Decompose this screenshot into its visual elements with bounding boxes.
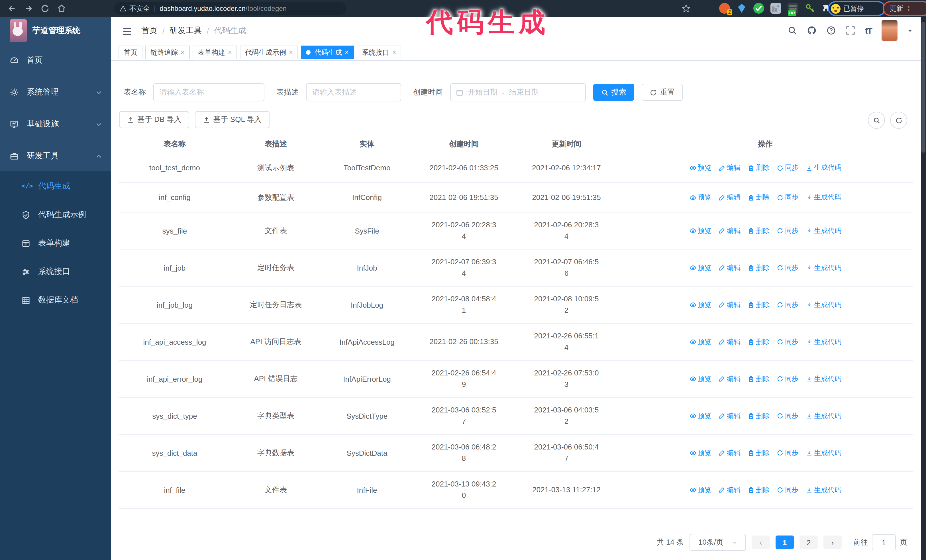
edit-link[interactable]: 编辑 xyxy=(718,300,740,309)
goto-page-input[interactable]: 1 xyxy=(872,534,896,550)
sync-link[interactable]: 同步 xyxy=(776,411,799,421)
preview-link[interactable]: 预览 xyxy=(689,300,711,309)
delete-link[interactable]: 删除 xyxy=(747,263,770,273)
extension-icon-key[interactable] xyxy=(805,3,816,14)
reset-button[interactable]: 重置 xyxy=(642,84,683,101)
tab-close-icon[interactable]: × xyxy=(181,47,185,58)
sync-link[interactable]: 同步 xyxy=(776,485,799,495)
table-name-input[interactable]: 请输入表名称 xyxy=(153,83,265,101)
delete-link[interactable]: 删除 xyxy=(747,374,770,384)
bookmark-star-icon[interactable] xyxy=(682,4,691,13)
delete-link[interactable]: 删除 xyxy=(747,226,770,235)
search-icon[interactable] xyxy=(788,26,797,35)
preview-link[interactable]: 预览 xyxy=(689,226,711,235)
preview-link[interactable]: 预览 xyxy=(689,263,711,273)
home-icon[interactable] xyxy=(57,4,66,13)
github-icon[interactable] xyxy=(807,26,817,35)
import-db-button[interactable]: 基于 DB 导入 xyxy=(119,111,189,128)
edit-link[interactable]: 编辑 xyxy=(718,411,740,421)
font-size-icon[interactable]: tT xyxy=(865,26,872,35)
edit-link[interactable]: 编辑 xyxy=(718,337,740,347)
tab-codegen[interactable]: 代码生成× xyxy=(301,45,354,59)
delete-link[interactable]: 删除 xyxy=(747,300,770,309)
tab-close-icon[interactable]: × xyxy=(228,47,232,58)
app-logo[interactable]: 芋道管理系统 xyxy=(0,17,111,44)
edit-link[interactable]: 编辑 xyxy=(718,485,740,495)
tab-tracer[interactable]: 链路追踪× xyxy=(145,45,190,59)
collapse-sidebar-icon[interactable] xyxy=(122,26,132,35)
sidebar-item-system-api[interactable]: 系统接口 xyxy=(0,258,111,286)
edit-link[interactable]: 编辑 xyxy=(718,448,740,458)
sidebar-item-db-doc[interactable]: 数据库文档 xyxy=(0,286,111,314)
help-icon[interactable] xyxy=(826,26,836,35)
sync-link[interactable]: 同步 xyxy=(776,163,799,173)
extension-icon-green-check[interactable] xyxy=(754,3,764,14)
fullscreen-icon[interactable] xyxy=(846,26,855,35)
browser-scrollbar[interactable] xyxy=(921,17,926,560)
generate-code-link[interactable]: 生成代码 xyxy=(805,163,841,173)
tab-codegen-demo[interactable]: 代码生成示例× xyxy=(240,45,298,59)
page-button-1[interactable]: 1 xyxy=(776,536,794,549)
extension-icon-gem[interactable] xyxy=(736,3,747,14)
preview-link[interactable]: 预览 xyxy=(689,411,711,421)
generate-code-link[interactable]: 生成代码 xyxy=(805,300,841,309)
toggle-search-button[interactable] xyxy=(868,112,885,129)
sync-link[interactable]: 同步 xyxy=(776,263,799,273)
generate-code-link[interactable]: 生成代码 xyxy=(805,263,841,273)
generate-code-link[interactable]: 生成代码 xyxy=(805,485,841,495)
tab-form-builder[interactable]: 表单构建× xyxy=(193,45,237,59)
sidebar-item-home[interactable]: 首页 xyxy=(0,44,111,76)
search-button[interactable]: 搜索 xyxy=(593,84,634,101)
refresh-table-button[interactable] xyxy=(890,112,907,129)
tab-close-icon[interactable]: × xyxy=(345,47,349,58)
reload-icon[interactable] xyxy=(41,4,50,13)
sidebar-item-dev-tools[interactable]: 研发工具 xyxy=(0,140,111,172)
delete-link[interactable]: 删除 xyxy=(747,485,770,495)
avatar[interactable] xyxy=(882,20,897,41)
browser-menu-icon[interactable]: ⁞ xyxy=(908,7,910,10)
sidebar-item-codegen[interactable]: </> 代码生成 xyxy=(0,172,111,201)
forward-icon[interactable] xyxy=(24,4,33,13)
preview-link[interactable]: 预览 xyxy=(689,337,711,347)
sidebar-item-system[interactable]: 系统管理 xyxy=(0,76,111,108)
chevron-down-icon[interactable] xyxy=(907,28,913,33)
sync-link[interactable]: 同步 xyxy=(776,448,799,458)
edit-link[interactable]: 编辑 xyxy=(718,374,740,384)
edit-link[interactable]: 编辑 xyxy=(718,263,740,273)
sync-link[interactable]: 同步 xyxy=(776,193,799,202)
delete-link[interactable]: 删除 xyxy=(747,163,770,173)
generate-code-link[interactable]: 生成代码 xyxy=(805,411,841,421)
preview-link[interactable]: 预览 xyxy=(689,193,711,202)
generate-code-link[interactable]: 生成代码 xyxy=(805,448,841,458)
browser-update-pill[interactable]: 更新 ⁞ xyxy=(883,1,926,16)
generate-code-link[interactable]: 生成代码 xyxy=(805,337,841,347)
tab-home[interactable]: 首页 xyxy=(118,45,142,59)
tab-close-icon[interactable]: × xyxy=(392,47,396,58)
address-bar[interactable]: 不安全 | dashboard.yudao.iocoder.cn/tool/co… xyxy=(114,2,346,15)
sync-link[interactable]: 同步 xyxy=(776,300,799,309)
extension-icon-dark-on[interactable]: on xyxy=(788,3,798,14)
delete-link[interactable]: 删除 xyxy=(747,448,770,458)
sidebar-item-form-builder[interactable]: 表单构建 xyxy=(0,229,111,258)
preview-link[interactable]: 预览 xyxy=(689,485,711,495)
breadcrumb-home[interactable]: 首页 xyxy=(141,25,157,36)
import-sql-button[interactable]: 基于 SQL 导入 xyxy=(195,111,270,128)
page-button-2[interactable]: 2 xyxy=(799,536,818,549)
sync-link[interactable]: 同步 xyxy=(776,226,799,235)
sidebar-item-infra[interactable]: 基础设施 xyxy=(0,108,111,140)
preview-link[interactable]: 预览 xyxy=(689,163,711,173)
extension-icon-columns[interactable] xyxy=(770,3,781,14)
next-page-button[interactable]: › xyxy=(823,536,842,549)
sync-link[interactable]: 同步 xyxy=(776,374,799,384)
delete-link[interactable]: 删除 xyxy=(747,411,770,421)
edit-link[interactable]: 编辑 xyxy=(718,163,740,173)
tab-system-api[interactable]: 系统接口× xyxy=(357,45,401,59)
profile-paused-pill[interactable]: 已暂停 xyxy=(828,1,885,16)
preview-link[interactable]: 预览 xyxy=(689,448,711,458)
tab-close-icon[interactable]: × xyxy=(289,47,293,58)
table-desc-input[interactable]: 请输入表描述 xyxy=(306,83,401,101)
back-icon[interactable] xyxy=(8,4,17,13)
preview-link[interactable]: 预览 xyxy=(689,374,711,384)
scrollbar-thumb[interactable] xyxy=(921,22,925,152)
generate-code-link[interactable]: 生成代码 xyxy=(805,193,841,202)
